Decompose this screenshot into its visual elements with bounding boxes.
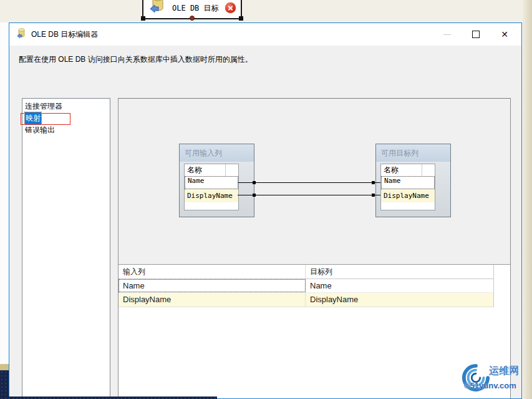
sidebar-item-error-output[interactable]: 错误输出 [22,124,110,136]
available-destination-columns-box[interactable]: 可用目标列 名称 Name DisplayName [375,144,451,217]
connector-endpoint [253,194,256,197]
designer-surface-corner [0,370,9,399]
mapping-connector-name[interactable] [238,182,380,183]
destination-columns-list: 名称 Name DisplayName [380,164,435,210]
sidebar-item-label: 连接管理器 [25,102,62,111]
connector-endpoint [253,181,256,184]
dataflow-component-ole-db-destination[interactable]: OLE DB 目标 [142,0,242,19]
destination-column-row[interactable]: Name [381,176,435,189]
screenshot-canvas: rat OLE DB 目标 OLE D [0,0,532,399]
window-title: OLE DB 目标编辑器 [31,29,98,40]
mapping-connector-displayname[interactable] [238,195,380,195]
close-icon: ✕ [501,30,508,39]
connector-endpoint [372,181,375,184]
grid-row-name[interactable]: Name Name [118,279,493,293]
mapping-grid-rows: 输入列 目标列 Name Name DisplayName DisplayNam… [118,265,494,307]
dialog-page-list: 连接管理器 映射 错误输出 [22,98,110,399]
sidebar-item-mappings[interactable]: 映射 [22,112,110,124]
destination-columns-header: 名称 [381,164,435,176]
input-columns-list: 名称 Name DisplayName [184,164,239,210]
desktop-background-right-strip [523,0,532,399]
input-column-row[interactable]: DisplayName [185,189,238,202]
selection-handle[interactable] [239,16,243,21]
designer-surface-bottom-strip [0,397,217,399]
selection-handle[interactable] [141,16,145,21]
error-status-icon [225,2,236,13]
destination-box-title: 可用目标列 [376,144,450,162]
available-input-columns-box[interactable]: 可用输入列 名称 Name DisplayName [179,144,254,217]
grid-cell-input[interactable]: DisplayName [118,293,306,307]
maximize-button[interactable] [462,23,490,46]
input-list-filler [185,202,238,210]
sidebar-item-label: 错误输出 [25,126,55,134]
close-button[interactable]: ✕ [490,23,519,46]
mappings-panel: 可用输入列 名称 Name DisplayName 可用目标列 名称 Name … [118,98,511,399]
mapping-grid: 输入列 目标列 Name Name DisplayName DisplayNam… [118,264,510,399]
destination-column-row[interactable]: DisplayName [381,189,435,202]
destination-list-filler [381,202,435,210]
grid-cell-destination[interactable]: DisplayName [306,293,493,307]
grid-header-input-column[interactable]: 输入列 [118,265,306,278]
sidebar-item-connection-manager[interactable]: 连接管理器 [22,101,110,112]
grid-header-destination-column[interactable]: 目标列 [306,265,493,278]
grid-cell-input[interactable]: Name [118,279,306,292]
grid-row-displayname[interactable]: DisplayName DisplayName [118,293,493,307]
grid-header-row: 输入列 目标列 [118,265,493,279]
grid-cell-destination[interactable]: Name [306,279,493,292]
ole-db-destination-editor-dialog: OLE DB 目标编辑器 ✕ 配置在使用 OLE DB 访问接口向关系数据库中插… [9,22,522,399]
database-icon [17,28,26,41]
input-column-row[interactable]: Name [185,176,238,189]
sidebar-item-label-selected: 映射 [25,112,41,124]
background-window-left-strip: rat [0,22,9,364]
connector-endpoint [372,194,375,197]
dialog-description: 配置在使用 OLE DB 访问接口向关系数据库中插入数据时所用的属性。 [19,54,253,65]
database-arrow-icon [150,0,166,16]
minimize-button[interactable] [433,23,462,46]
minimize-icon [443,34,451,35]
title-bar[interactable]: OLE DB 目标编辑器 ✕ [9,23,521,46]
window-controls: ✕ [433,23,519,46]
maximize-icon [472,31,480,38]
component-label: OLE DB 目标 [172,0,219,16]
input-columns-header: 名称 [185,164,238,176]
background-window-tan-strip [0,364,9,370]
input-box-title: 可用输入列 [180,144,254,162]
component-connector-point[interactable] [190,16,195,21]
